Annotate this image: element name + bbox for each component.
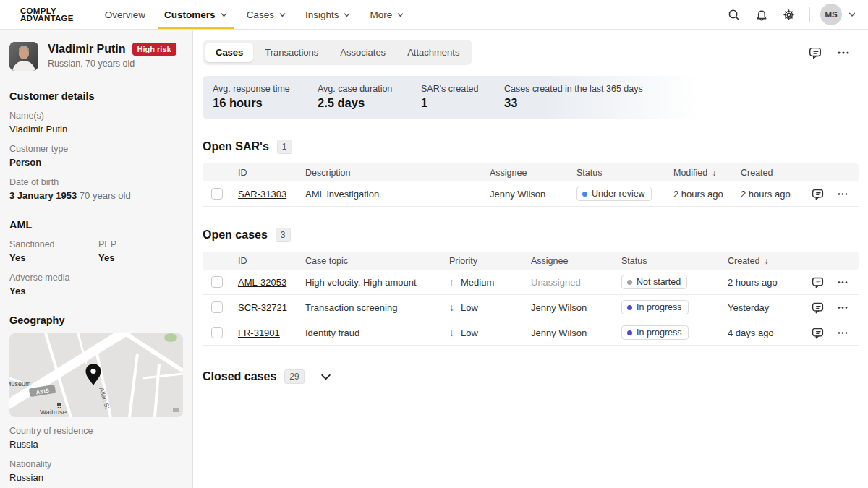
row-checkbox[interactable]	[211, 301, 223, 313]
comments-icon[interactable]	[811, 301, 825, 314]
case-topic: High velocity, High amount	[305, 277, 449, 288]
field-value: Person	[9, 156, 183, 168]
more-options-icon[interactable]	[837, 306, 848, 309]
priority-up-icon: ↑	[449, 276, 454, 288]
row-checkbox[interactable]	[211, 188, 223, 200]
column-header-assignee[interactable]: Assignee	[490, 168, 576, 178]
sar-assignee: Jenny Wilson	[490, 189, 576, 200]
more-options-icon[interactable]	[837, 331, 848, 335]
field-pep: PEP Yes	[98, 239, 183, 264]
field-value: Russia	[9, 438, 183, 450]
field-names: Name(s) Vladimir Putin	[9, 110, 183, 135]
column-header-status[interactable]: Status	[621, 256, 728, 266]
field-value: Yes	[98, 252, 183, 264]
stat-label: SAR's created	[421, 84, 504, 94]
case-id-link[interactable]: SCR-32721	[238, 302, 287, 313]
stat-label: Cases created in the last 365 days	[504, 84, 643, 94]
stat-avg-response-time: Avg. response time 16 hours	[213, 84, 318, 110]
column-header-id[interactable]: ID	[238, 256, 305, 266]
nav-item-cases[interactable]: Cases	[237, 0, 296, 29]
user-menu-chevron-icon[interactable]	[848, 10, 856, 19]
nav-item-overview[interactable]: Overview	[95, 0, 155, 29]
case-id-link[interactable]: AML-32053	[238, 277, 286, 288]
nav-item-insights[interactable]: Insights	[296, 0, 361, 29]
column-header-modified[interactable]: Modified↓	[673, 168, 741, 178]
stat-value: 2.5 days	[318, 96, 421, 110]
sort-desc-icon: ↓	[764, 256, 768, 266]
comments-icon[interactable]	[811, 187, 825, 201]
case-created: 2 hours ago	[728, 277, 802, 288]
more-options-icon[interactable]	[837, 51, 850, 55]
open-cases-section-header: Open cases 3	[203, 228, 859, 242]
customer-profile-header: Vladimir Putin High risk Russian, 70 yea…	[9, 42, 183, 71]
tab-attachments[interactable]: Attachments	[397, 43, 469, 62]
tab-cases[interactable]: Cases	[205, 43, 253, 62]
nav-label: Customers	[164, 9, 216, 20]
stat-value: 33	[504, 96, 643, 110]
priority-label: Low	[461, 302, 478, 313]
table-row[interactable]: SAR-31303 AML investigation Jenny Wilson…	[203, 181, 859, 207]
open-sars-table-header: ID Description Assignee Status Modified↓…	[203, 163, 859, 181]
column-header-created[interactable]: Created↓	[728, 256, 802, 266]
field-label: PEP	[98, 239, 183, 250]
column-header-created[interactable]: Created	[741, 168, 802, 178]
sar-id-link[interactable]: SAR-31303	[238, 189, 286, 200]
column-header-case-topic[interactable]: Case topic	[305, 256, 449, 266]
field-date-of-birth: Date of birth 3 January 1953 70 years ol…	[9, 176, 183, 202]
complyadvantage-logo[interactable]: COMPLY ADVANTAGE	[20, 7, 74, 22]
tab-associates[interactable]: Associates	[330, 43, 396, 62]
geography-map[interactable]: Museum A315 Waitrose Allen St	[9, 333, 183, 417]
field-suffix: 70 years old	[80, 190, 131, 201]
comments-icon[interactable]	[808, 46, 822, 60]
column-header-status[interactable]: Status	[576, 168, 673, 178]
priority-down-icon: ↓	[449, 301, 454, 313]
geography-heading: Geography	[9, 314, 183, 326]
field-label: Sanctioned	[9, 239, 98, 250]
status-badge: In progress	[621, 325, 689, 340]
table-row[interactable]: FR-31901 Identity fraud ↓Low Jenny Wilso…	[203, 320, 859, 346]
column-header-id[interactable]: ID	[238, 168, 305, 178]
more-options-icon[interactable]	[837, 281, 848, 284]
case-created: Yesterday	[728, 302, 802, 313]
nav-label: More	[370, 9, 392, 20]
main-content: Cases Transactions Associates Attachment…	[193, 30, 868, 488]
case-topic: Transaction screening	[305, 302, 449, 313]
nav-item-customers[interactable]: Customers	[155, 0, 237, 29]
status-dot	[627, 280, 632, 285]
open-sars-section-header: Open SAR's 1	[203, 140, 859, 154]
priority-label: Low	[461, 328, 478, 338]
nav-label: Insights	[305, 9, 339, 20]
column-header-assignee[interactable]: Assignee	[531, 256, 621, 266]
search-icon[interactable]	[723, 4, 744, 25]
header-actions: MS	[723, 4, 868, 25]
case-id-link[interactable]: FR-31901	[238, 328, 280, 338]
field-label: Nationality	[9, 458, 183, 470]
chevron-down-icon	[343, 11, 351, 19]
status-badge: In progress	[621, 300, 689, 314]
case-created: 4 days ago	[728, 328, 802, 338]
column-header-priority[interactable]: Priority	[449, 256, 531, 266]
open-cases-table: ID Case topic Priority Assignee Status C…	[203, 252, 859, 346]
row-checkbox[interactable]	[211, 276, 223, 288]
comments-icon[interactable]	[811, 326, 825, 340]
expand-closed-cases-chevron-icon[interactable]	[320, 371, 332, 383]
row-checkbox[interactable]	[211, 327, 223, 338]
table-row[interactable]: SCR-32721 Transaction screening ↓Low Jen…	[203, 295, 859, 320]
comments-icon[interactable]	[811, 275, 825, 289]
tab-transactions[interactable]: Transactions	[255, 43, 328, 62]
stat-sars-created: SAR's created 1	[421, 84, 504, 110]
settings-gear-icon[interactable]	[778, 4, 799, 25]
field-sanctioned: Sanctioned Yes	[9, 239, 98, 264]
table-row[interactable]: AML-32053 High velocity, High amount ↑Me…	[203, 270, 859, 295]
case-assignee: Unassigned	[531, 277, 621, 288]
status-badge: Not started	[621, 275, 687, 289]
stat-cases-365-days: Cases created in the last 365 days 33	[504, 84, 643, 110]
column-header-description[interactable]: Description	[305, 168, 490, 178]
notifications-bell-icon[interactable]	[750, 4, 772, 25]
sort-desc-icon: ↓	[712, 168, 716, 178]
user-avatar[interactable]: MS	[820, 4, 842, 25]
field-value: Yes	[9, 252, 98, 264]
nav-item-more[interactable]: More	[360, 0, 414, 29]
more-options-icon[interactable]	[837, 192, 848, 196]
field-label: Customer type	[9, 143, 183, 155]
